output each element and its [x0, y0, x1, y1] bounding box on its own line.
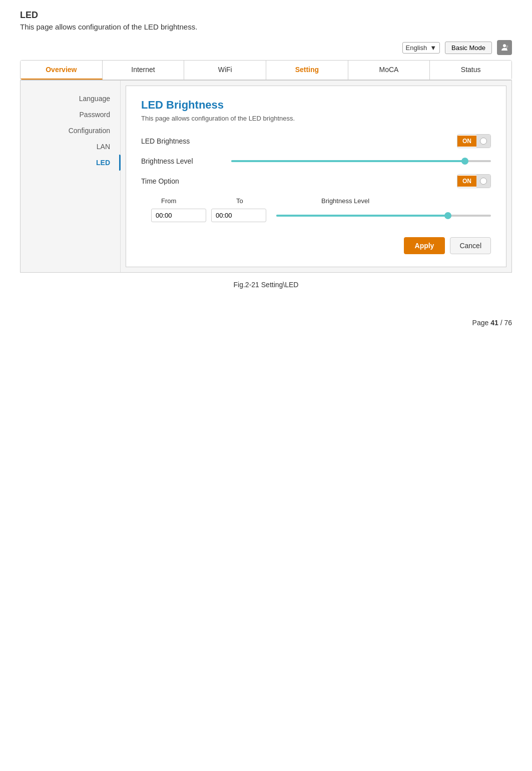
time-option-label: Time Option — [141, 177, 231, 185]
page-subheading: This page allows configuration of the LE… — [20, 23, 512, 31]
cancel-button[interactable]: Cancel — [450, 237, 491, 254]
content-panel: LED Brightness This page allows configur… — [126, 86, 506, 267]
to-column-label: To — [236, 197, 301, 205]
brightness-level-time-label: Brightness Level — [321, 197, 369, 205]
from-time-input[interactable] — [151, 209, 206, 222]
svg-point-1 — [506, 46, 508, 48]
tab-overview[interactable]: Overview — [21, 61, 103, 80]
content-description: This page allows configuration of the LE… — [141, 115, 491, 122]
time-option-toggle[interactable]: ON — [457, 174, 491, 188]
page-heading: LED — [20, 10, 512, 21]
main-layout: Language Password Configuration LAN LED … — [20, 80, 512, 273]
time-brightness-slider[interactable] — [276, 215, 491, 217]
brightness-level-slider-area — [231, 160, 491, 162]
top-bar: English ▼ Basic Mode — [20, 40, 512, 55]
time-inputs-row — [141, 209, 491, 222]
apply-button[interactable]: Apply — [404, 237, 445, 254]
tab-status[interactable]: Status — [430, 61, 511, 80]
sidebar: Language Password Configuration LAN LED — [21, 81, 121, 272]
sidebar-item-password[interactable]: Password — [21, 107, 120, 123]
led-brightness-toggle[interactable]: ON — [457, 134, 491, 148]
svg-point-0 — [503, 44, 506, 47]
nav-tabs: Overview Internet WiFi Setting MoCA Stat… — [20, 60, 512, 80]
time-option-control: ON — [231, 174, 491, 188]
time-column-labels: From To Brightness Level — [151, 197, 491, 205]
brightness-level-label: Brightness Level — [141, 157, 231, 165]
sidebar-item-language[interactable]: Language — [21, 91, 120, 107]
time-option-row: Time Option ON — [141, 174, 491, 188]
tab-moca[interactable]: MoCA — [348, 61, 430, 80]
language-selector[interactable]: English ▼ — [402, 42, 440, 54]
sidebar-item-configuration[interactable]: Configuration — [21, 123, 120, 139]
brightness-level-row: Brightness Level — [141, 157, 491, 165]
led-brightness-label: LED Brightness — [141, 137, 231, 145]
led-brightness-row: LED Brightness ON — [141, 134, 491, 148]
user-icon[interactable] — [497, 40, 512, 55]
toggle-on-label: ON — [457, 136, 476, 147]
button-row: Apply Cancel — [141, 237, 491, 254]
tab-internet[interactable]: Internet — [103, 61, 185, 80]
toggle-off-area — [476, 135, 490, 148]
brightness-level-slider[interactable] — [231, 160, 491, 162]
page-number: Page 41 / 76 — [20, 319, 512, 327]
time-toggle-on-label: ON — [457, 176, 476, 187]
time-toggle-off-area — [476, 175, 490, 188]
from-column-label: From — [161, 197, 226, 205]
time-toggle-circle — [480, 178, 487, 185]
led-brightness-control: ON — [231, 134, 491, 148]
content-title: LED Brightness — [141, 99, 491, 112]
tab-wifi[interactable]: WiFi — [184, 61, 266, 80]
chevron-down-icon: ▼ — [430, 44, 436, 52]
basic-mode-button[interactable]: Basic Mode — [445, 42, 492, 54]
toggle-circle — [480, 138, 487, 145]
to-time-input[interactable] — [211, 209, 266, 222]
sidebar-item-lan[interactable]: LAN — [21, 139, 120, 155]
language-label: English — [406, 44, 427, 52]
tab-setting[interactable]: Setting — [266, 61, 348, 80]
sidebar-item-led[interactable]: LED — [21, 155, 120, 171]
figure-caption: Fig.2-21 Setting\LED — [20, 281, 512, 289]
